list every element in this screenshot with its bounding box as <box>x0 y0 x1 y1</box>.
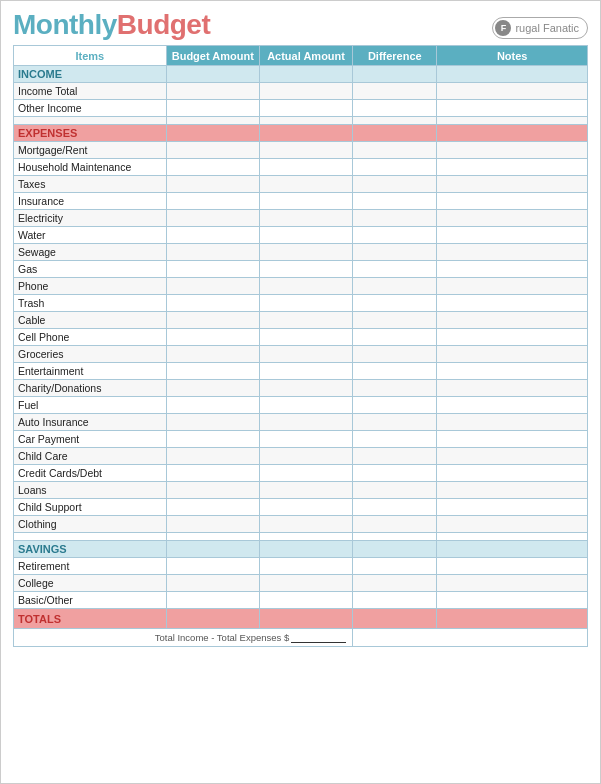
budget-amount-cell[interactable] <box>166 558 259 575</box>
actual-amount-cell[interactable] <box>259 609 352 629</box>
actual-amount-cell[interactable] <box>259 380 352 397</box>
notes-cell[interactable] <box>437 329 588 346</box>
logo: F rugal Fanatic <box>492 17 588 39</box>
budget-amount-cell[interactable] <box>166 516 259 533</box>
notes-cell[interactable] <box>437 261 588 278</box>
notes-cell[interactable] <box>437 176 588 193</box>
notes-cell[interactable] <box>437 278 588 295</box>
budget-amount-cell[interactable] <box>166 431 259 448</box>
actual-amount-cell[interactable] <box>259 193 352 210</box>
row-label: Entertainment <box>14 363 167 380</box>
notes-cell[interactable] <box>437 499 588 516</box>
budget-amount-cell[interactable] <box>166 244 259 261</box>
budget-amount-cell[interactable] <box>166 125 259 142</box>
notes-cell[interactable] <box>437 414 588 431</box>
actual-amount-cell[interactable] <box>259 142 352 159</box>
actual-amount-cell[interactable] <box>259 363 352 380</box>
notes-cell[interactable] <box>437 193 588 210</box>
actual-amount-cell[interactable] <box>259 465 352 482</box>
notes-cell[interactable] <box>437 346 588 363</box>
notes-cell[interactable] <box>437 558 588 575</box>
budget-amount-cell[interactable] <box>166 66 259 83</box>
actual-amount-cell[interactable] <box>259 244 352 261</box>
actual-amount-cell[interactable] <box>259 159 352 176</box>
budget-amount-cell[interactable] <box>166 414 259 431</box>
budget-amount-cell[interactable] <box>166 176 259 193</box>
actual-amount-cell[interactable] <box>259 499 352 516</box>
notes-cell[interactable] <box>437 592 588 609</box>
table-row: Loans <box>14 482 588 499</box>
notes-cell[interactable] <box>437 363 588 380</box>
notes-cell[interactable] <box>437 465 588 482</box>
budget-amount-cell[interactable] <box>166 363 259 380</box>
budget-amount-cell[interactable] <box>166 312 259 329</box>
budget-amount-cell[interactable] <box>166 499 259 516</box>
notes-cell[interactable] <box>437 448 588 465</box>
actual-amount-cell[interactable] <box>259 295 352 312</box>
notes-cell[interactable] <box>437 295 588 312</box>
notes-cell[interactable] <box>437 142 588 159</box>
notes-cell[interactable] <box>437 244 588 261</box>
budget-amount-cell[interactable] <box>166 575 259 592</box>
notes-cell[interactable] <box>437 66 588 83</box>
notes-cell[interactable] <box>437 609 588 629</box>
actual-amount-cell[interactable] <box>259 541 352 558</box>
notes-cell[interactable] <box>437 380 588 397</box>
budget-amount-cell[interactable] <box>166 100 259 117</box>
budget-amount-cell[interactable] <box>166 142 259 159</box>
budget-amount-cell[interactable] <box>166 193 259 210</box>
budget-amount-cell[interactable] <box>166 380 259 397</box>
actual-amount-cell[interactable] <box>259 312 352 329</box>
actual-amount-cell[interactable] <box>259 414 352 431</box>
budget-amount-cell[interactable] <box>166 329 259 346</box>
budget-amount-cell[interactable] <box>166 261 259 278</box>
actual-amount-cell[interactable] <box>259 100 352 117</box>
actual-amount-cell[interactable] <box>259 83 352 100</box>
actual-amount-cell[interactable] <box>259 346 352 363</box>
budget-amount-cell[interactable] <box>166 397 259 414</box>
actual-amount-cell[interactable] <box>259 397 352 414</box>
table-row: Cell Phone <box>14 329 588 346</box>
budget-amount-cell[interactable] <box>166 210 259 227</box>
actual-amount-cell[interactable] <box>259 575 352 592</box>
notes-cell[interactable] <box>437 227 588 244</box>
actual-amount-cell[interactable] <box>259 516 352 533</box>
budget-amount-cell[interactable] <box>166 592 259 609</box>
budget-amount-cell[interactable] <box>166 346 259 363</box>
actual-amount-cell[interactable] <box>259 448 352 465</box>
actual-amount-cell[interactable] <box>259 227 352 244</box>
budget-amount-cell[interactable] <box>166 465 259 482</box>
actual-amount-cell[interactable] <box>259 261 352 278</box>
notes-cell[interactable] <box>437 482 588 499</box>
notes-cell[interactable] <box>437 210 588 227</box>
notes-cell[interactable] <box>437 431 588 448</box>
notes-cell[interactable] <box>437 516 588 533</box>
actual-amount-cell[interactable] <box>259 431 352 448</box>
notes-cell[interactable] <box>437 397 588 414</box>
notes-cell[interactable] <box>437 575 588 592</box>
budget-amount-cell[interactable] <box>166 609 259 629</box>
budget-amount-cell[interactable] <box>166 227 259 244</box>
notes-cell[interactable] <box>437 159 588 176</box>
actual-amount-cell[interactable] <box>259 278 352 295</box>
actual-amount-cell[interactable] <box>259 329 352 346</box>
notes-cell[interactable] <box>437 541 588 558</box>
actual-amount-cell[interactable] <box>259 176 352 193</box>
actual-amount-cell[interactable] <box>259 210 352 227</box>
notes-cell[interactable] <box>437 83 588 100</box>
budget-amount-cell[interactable] <box>166 83 259 100</box>
actual-amount-cell[interactable] <box>259 66 352 83</box>
budget-amount-cell[interactable] <box>166 159 259 176</box>
actual-amount-cell[interactable] <box>259 592 352 609</box>
actual-amount-cell[interactable] <box>259 125 352 142</box>
budget-amount-cell[interactable] <box>166 448 259 465</box>
actual-amount-cell[interactable] <box>259 482 352 499</box>
actual-amount-cell[interactable] <box>259 558 352 575</box>
notes-cell[interactable] <box>437 125 588 142</box>
notes-cell[interactable] <box>437 312 588 329</box>
budget-amount-cell[interactable] <box>166 482 259 499</box>
notes-cell[interactable] <box>437 100 588 117</box>
budget-amount-cell[interactable] <box>166 278 259 295</box>
budget-amount-cell[interactable] <box>166 295 259 312</box>
budget-amount-cell[interactable] <box>166 541 259 558</box>
